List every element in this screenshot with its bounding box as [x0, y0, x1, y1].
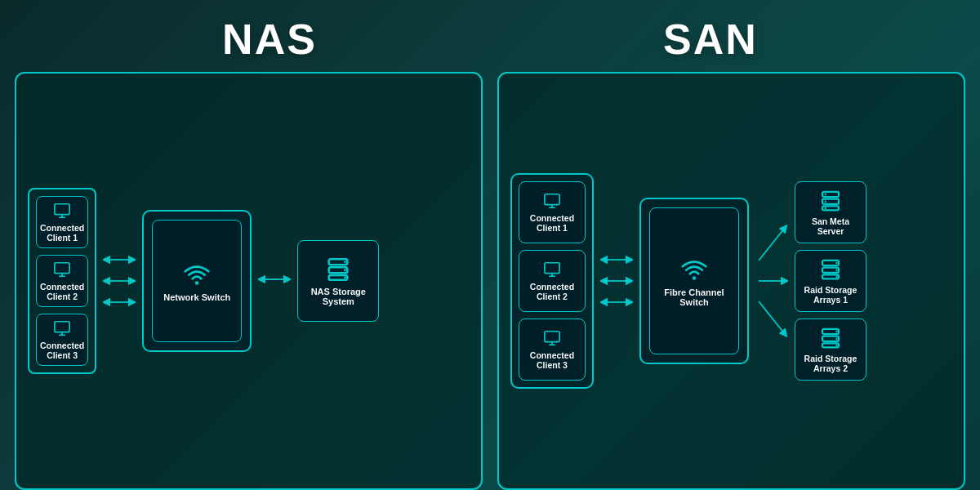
san-client-1: Connected Client 1 — [519, 181, 586, 243]
header: NAS SAN — [0, 0, 980, 72]
san-servers-col: San Meta Server Raid Storage Arrays 1 Ra… — [795, 181, 866, 381]
nas-arrows-left — [96, 252, 142, 310]
san-switch: Fibre Channel Switch — [649, 207, 739, 354]
nas-switch-box: Network Switch — [142, 210, 252, 352]
svg-line-23 — [759, 228, 785, 261]
san-arrows-right — [749, 220, 795, 342]
san-arrows-left — [594, 252, 639, 310]
nas-title: NAS — [222, 15, 317, 64]
san-layout: Connected Client 1 Connected Client 2 Co… — [510, 173, 952, 389]
nas-arrow-middle — [252, 272, 297, 290]
san-clients-box: Connected Client 1 Connected Client 2 Co… — [510, 173, 594, 389]
svg-line-25 — [759, 301, 785, 334]
nas-diagram: Connected Client 1 Connected Client 2 Co… — [15, 72, 483, 490]
nas-client-3: Connected Client 3 — [36, 314, 88, 366]
nas-switch: Network Switch — [152, 220, 242, 342]
nas-arrow-1 — [103, 252, 136, 267]
nas-storage: NAS Storage System — [297, 240, 379, 322]
nas-client-2: Connected Client 2 — [36, 255, 88, 307]
nas-arrow-2 — [103, 274, 136, 288]
diagrams-row: Connected Client 1 Connected Client 2 Co… — [0, 72, 980, 490]
san-client-2: Connected Client 2 — [519, 250, 586, 312]
nas-arrow-3 — [103, 295, 136, 310]
nas-layout: Connected Client 1 Connected Client 2 Co… — [28, 188, 470, 374]
nas-client-1: Connected Client 1 — [36, 196, 88, 248]
san-switch-box: Fibre Channel Switch — [639, 198, 749, 364]
san-client-3: Connected Client 3 — [519, 318, 586, 381]
san-meta-server: San Meta Server — [795, 181, 866, 243]
san-diagram: Connected Client 1 Connected Client 2 Co… — [497, 72, 965, 490]
san-title: SAN — [663, 15, 758, 64]
san-raid-1: Raid Storage Arrays 1 — [795, 250, 866, 312]
nas-clients-bracket: Connected Client 1 Connected Client 2 Co… — [28, 188, 96, 374]
san-raid-2: Raid Storage Arrays 2 — [795, 318, 866, 381]
